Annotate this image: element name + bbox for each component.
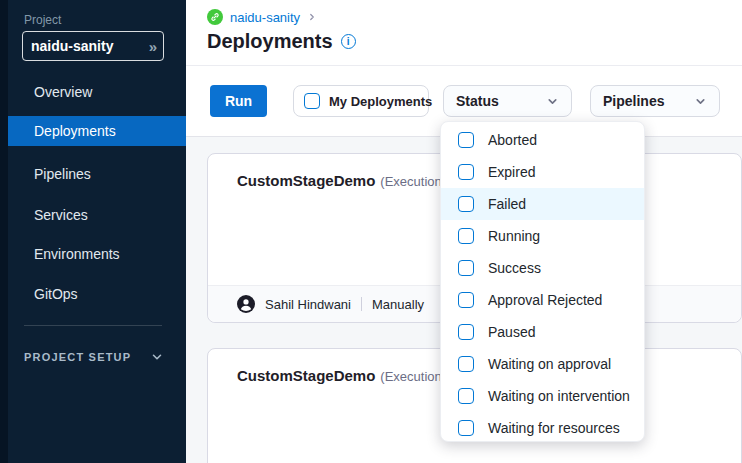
chevron-down-icon — [694, 95, 707, 108]
checkbox[interactable] — [458, 356, 474, 372]
status-option-success[interactable]: Success — [441, 252, 644, 284]
status-dropdown[interactable]: Status — [443, 85, 572, 117]
status-option-paused[interactable]: Paused — [441, 316, 644, 348]
header-divider — [186, 65, 742, 66]
sidebar-item-pipelines[interactable]: Pipelines — [8, 160, 186, 188]
checkbox[interactable] — [458, 228, 474, 244]
pipelines-dropdown[interactable]: Pipelines — [590, 85, 720, 117]
sidebar-edge-strip — [0, 0, 8, 463]
checkbox[interactable] — [458, 388, 474, 404]
my-deployments-checkbox[interactable] — [304, 93, 320, 109]
project-selector[interactable]: » — [22, 31, 164, 61]
sidebar-item-gitops[interactable]: GitOps — [8, 280, 186, 308]
app-window: Project » Overview Deployments Pipelines… — [0, 0, 742, 463]
footer-divider — [361, 297, 362, 311]
project-setup-label: PROJECT SETUP — [24, 351, 131, 363]
sidebar-item-overview[interactable]: Overview — [8, 78, 186, 106]
breadcrumb-project-link[interactable]: naidu-sanity — [230, 10, 300, 25]
project-input[interactable] — [31, 38, 149, 54]
page-title: Deployments — [207, 30, 333, 53]
breadcrumb: naidu-sanity — [207, 9, 317, 25]
status-option-expired[interactable]: Expired — [441, 156, 644, 188]
status-option-running[interactable]: Running — [441, 220, 644, 252]
sidebar-item-services[interactable]: Services — [8, 201, 186, 229]
status-option-waiting-on-intervention[interactable]: Waiting on intervention — [441, 380, 644, 412]
status-option-waiting-on-approval[interactable]: Waiting on approval — [441, 348, 644, 380]
my-deployments-label: My Deployments — [329, 94, 432, 109]
info-icon[interactable]: i — [341, 34, 356, 49]
project-label: Project — [24, 13, 61, 27]
status-option-aborted[interactable]: Aborted — [441, 124, 644, 156]
page-header: Deployments i — [207, 30, 356, 53]
chevron-right-icon — [307, 12, 317, 22]
status-option-waiting-for-resources[interactable]: Waiting for resources — [441, 412, 644, 444]
deployment-card-title: CustomStageDemo (Execution Id — [237, 367, 456, 384]
expand-double-chevron-icon[interactable]: » — [149, 38, 155, 55]
chevron-down-icon — [150, 350, 164, 364]
sidebar-divider — [24, 325, 162, 326]
run-button[interactable]: Run — [210, 85, 267, 117]
project-link-icon — [207, 9, 223, 25]
deployment-card-title: CustomStageDemo (Execution Id — [237, 172, 456, 189]
status-option-failed[interactable]: Failed — [441, 188, 644, 220]
chevron-down-icon — [546, 95, 559, 108]
checkbox[interactable] — [458, 164, 474, 180]
sidebar: Project » Overview Deployments Pipelines… — [0, 0, 186, 463]
checkbox[interactable] — [458, 324, 474, 340]
trigger-type: Manually — [372, 297, 424, 312]
triggered-by: Sahil Hindwani — [265, 297, 351, 312]
checkbox[interactable] — [458, 420, 474, 436]
sidebar-item-environments[interactable]: Environments — [8, 240, 186, 268]
checkbox[interactable] — [458, 292, 474, 308]
status-option-approval-rejected[interactable]: Approval Rejected — [441, 284, 644, 316]
checkbox[interactable] — [458, 260, 474, 276]
sidebar-item-deployments[interactable]: Deployments — [8, 116, 186, 146]
my-deployments-filter[interactable]: My Deployments — [293, 85, 429, 117]
avatar — [237, 295, 255, 313]
checkbox[interactable] — [458, 132, 474, 148]
checkbox[interactable] — [458, 196, 474, 212]
project-setup-toggle[interactable]: PROJECT SETUP — [24, 348, 164, 366]
status-dropdown-menu: Aborted Expired Failed Running Success A… — [440, 121, 645, 442]
